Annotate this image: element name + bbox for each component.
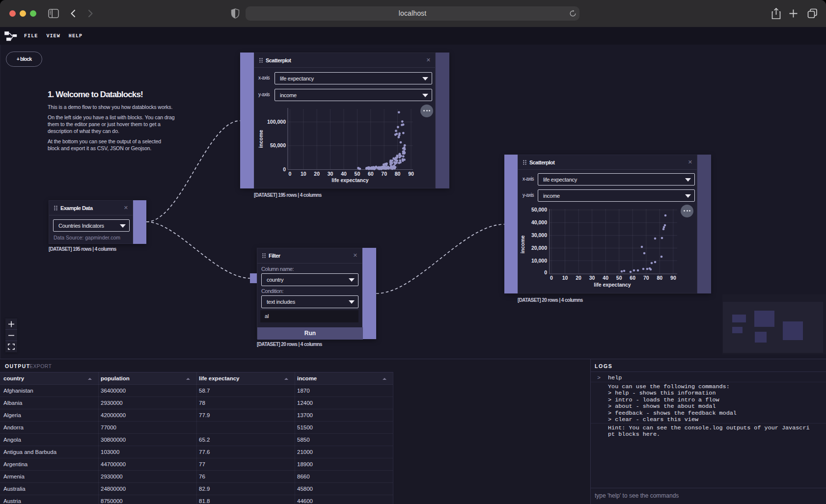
svg-text:60: 60 bbox=[630, 275, 635, 281]
svg-text:50,000: 50,000 bbox=[531, 207, 547, 212]
svg-text:income: income bbox=[258, 130, 264, 148]
svg-text:10: 10 bbox=[301, 171, 306, 177]
svg-text:30,000: 30,000 bbox=[531, 232, 547, 238]
svg-text:70: 70 bbox=[643, 275, 649, 281]
svg-text:40,000: 40,000 bbox=[531, 219, 547, 225]
svg-text:30: 30 bbox=[589, 275, 595, 281]
svg-text:80: 80 bbox=[395, 171, 401, 177]
svg-text:20,000: 20,000 bbox=[531, 245, 547, 251]
svg-text:10: 10 bbox=[562, 275, 568, 281]
svg-text:50: 50 bbox=[355, 171, 360, 177]
svg-text:0: 0 bbox=[550, 275, 553, 281]
svg-text:0: 0 bbox=[288, 171, 291, 177]
svg-text:20: 20 bbox=[576, 275, 581, 281]
svg-text:10,000: 10,000 bbox=[531, 258, 547, 264]
svg-text:40: 40 bbox=[341, 171, 347, 177]
svg-text:80: 80 bbox=[657, 275, 662, 281]
svg-text:0: 0 bbox=[283, 166, 286, 172]
svg-text:50,000: 50,000 bbox=[270, 142, 286, 148]
svg-text:40: 40 bbox=[603, 275, 608, 281]
svg-text:100,000: 100,000 bbox=[267, 119, 286, 125]
svg-text:90: 90 bbox=[670, 275, 676, 281]
svg-text:0: 0 bbox=[544, 269, 547, 275]
svg-text:50: 50 bbox=[616, 275, 622, 281]
svg-text:income: income bbox=[520, 235, 525, 253]
svg-text:30: 30 bbox=[328, 171, 333, 177]
svg-text:20: 20 bbox=[314, 171, 320, 177]
svg-text:60: 60 bbox=[368, 171, 374, 177]
svg-text:life expectancy: life expectancy bbox=[331, 177, 368, 183]
svg-text:life expectancy: life expectancy bbox=[594, 282, 631, 288]
svg-text:90: 90 bbox=[408, 171, 414, 177]
svg-text:70: 70 bbox=[381, 171, 387, 177]
